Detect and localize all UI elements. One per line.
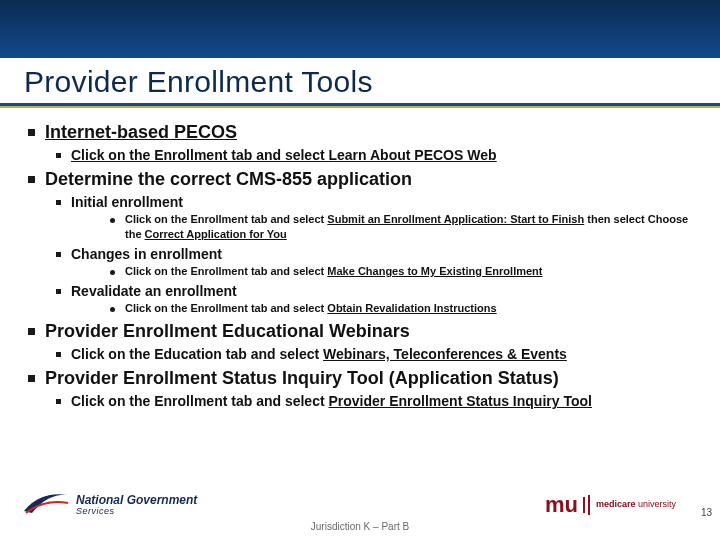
dot-bullet-icon [110,270,115,275]
item-webinars: Click on the Education tab and select We… [28,346,692,362]
mu-mark: mu [545,495,590,516]
slide-footer: National Government Services mu medicare… [0,468,720,540]
swoosh-icon [22,489,70,521]
item-status-tool: Click on the Enrollment tab and select P… [28,393,692,409]
square-bullet-icon [56,200,61,205]
link-submit-enrollment[interactable]: Submit an Enrollment Application: Start … [327,213,584,225]
square-bullet-icon [28,176,35,183]
item-revalidate: Revalidate an enrollment Click on the En… [28,283,692,316]
section-status-tool: Provider Enrollment Status Inquiry Tool … [28,368,692,409]
mu-logo: mu medicare university [545,495,676,516]
square-bullet-icon [28,129,35,136]
dot-bullet-icon [110,307,115,312]
link-status-tool[interactable]: Provider Enrollment Status Inquiry Tool [329,393,592,409]
ngs-name-bottom: Services [76,506,197,516]
item-changes-enrollment: Changes in enrollment Click on the Enrol… [28,246,692,279]
step-changes-enrollment: Click on the Enrollment tab and select M… [28,264,692,279]
item-initial-enrollment: Initial enrollment Click on the Enrollme… [28,194,692,242]
step-initial-enrollment: Click on the Enrollment tab and select S… [28,212,692,242]
title-rule-gold [0,106,720,108]
section-cms855: Determine the correct CMS-855 applicatio… [28,169,692,315]
jurisdiction-label: Jurisdiction K – Part B [311,521,409,532]
link-revalidation[interactable]: Obtain Revalidation Instructions [327,302,496,314]
link-webinars[interactable]: Webinars, Teleconferences & Events [323,346,567,362]
link-make-changes[interactable]: Make Changes to My Existing Enrollment [327,265,542,277]
section-webinars: Provider Enrollment Educational Webinars… [28,321,692,362]
square-bullet-icon [28,375,35,382]
step-revalidate: Click on the Enrollment tab and select O… [28,301,692,316]
ngs-name-top: National Government [76,494,197,506]
square-bullet-icon [28,328,35,335]
square-bullet-icon [56,252,61,257]
ngs-logo: National Government Services [22,489,197,521]
page-number: 13 [701,507,712,518]
dot-bullet-icon [110,218,115,223]
link-learn-pecos-web[interactable]: Learn About PECOS Web [329,147,497,163]
square-bullet-icon [56,289,61,294]
square-bullet-icon [56,399,61,404]
slide-title: Provider Enrollment Tools [0,58,720,103]
item-pecos-learn: Click on the Enrollment tab and select L… [28,147,692,163]
link-correct-application[interactable]: Correct Application for You [145,228,287,240]
header-bar [0,0,720,58]
square-bullet-icon [56,352,61,357]
square-bullet-icon [56,153,61,158]
section-pecos: Internet-based PECOS Click on the Enroll… [28,122,692,163]
